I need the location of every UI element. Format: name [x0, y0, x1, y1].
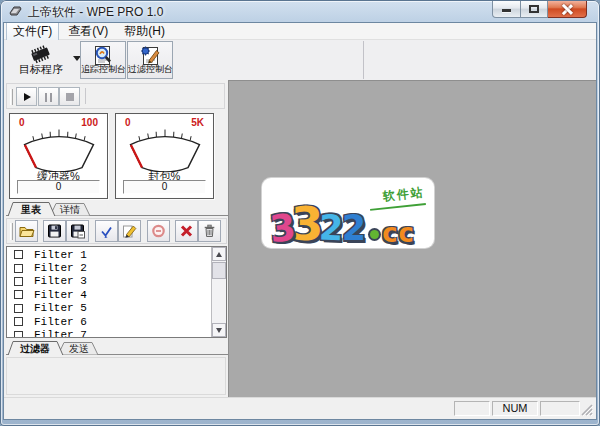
filter-list-scrollbar[interactable]: [211, 247, 226, 337]
tab-details-label[interactable]: 详情: [59, 204, 80, 215]
pause-button[interactable]: [38, 87, 59, 106]
toolbar-separator: [363, 41, 364, 79]
gauge-value: 0: [123, 180, 206, 194]
arrow-up-icon: [216, 252, 222, 257]
filter-row[interactable]: Filter 1: [7, 248, 211, 261]
resize-grip[interactable]: [581, 404, 594, 417]
filter-console-button[interactable]: 过滤控制台: [127, 41, 173, 79]
filter-toolbar: [6, 218, 227, 244]
logo-digit: 2: [342, 214, 366, 244]
filter-label: Filter 6: [34, 316, 87, 328]
logo-suffix: cc: [382, 222, 415, 244]
bottom-tab-strip: 过滤器 发送: [6, 340, 228, 355]
filter-label: Filter 7: [34, 329, 87, 338]
filter-label: Filter 4: [34, 289, 87, 301]
filter-row[interactable]: Filter 7: [7, 328, 211, 338]
playbar-separator: [85, 88, 86, 104]
edit-filter-button[interactable]: [118, 220, 141, 242]
watermark-digits: 3 3 2 2 cc: [270, 204, 415, 244]
apply-filter-button[interactable]: [95, 220, 118, 242]
logo-dot: [370, 230, 379, 239]
gauge-value: 0: [17, 180, 100, 194]
client-area: 文件(F) 查看(V) 帮助(H) 目标程序: [3, 22, 597, 420]
tab-list-label[interactable]: 里表: [20, 204, 42, 215]
filter-label: Filter 3: [34, 275, 87, 287]
status-cell-scrl: [540, 401, 580, 416]
trace-console-button[interactable]: 追踪控制台: [80, 41, 126, 79]
filter-row[interactable]: Filter 5: [7, 302, 211, 315]
scroll-down-button[interactable]: [212, 323, 226, 337]
filter-label: Filter 1: [34, 249, 87, 261]
main-toolbar: 目标程序 追踪控制台: [4, 40, 596, 81]
maximize-icon: [529, 5, 539, 13]
toggle-filter-button[interactable]: [147, 220, 170, 242]
toolbar-grip[interactable]: [10, 223, 13, 240]
menu-help[interactable]: 帮助(H): [117, 22, 172, 41]
app-icon: [8, 4, 23, 18]
filter-checkbox[interactable]: [14, 264, 23, 273]
power-ring-icon: [150, 223, 167, 239]
delete-x-icon: [178, 223, 195, 239]
open-folder-icon: [18, 223, 35, 239]
toolbar-grip[interactable]: [10, 89, 13, 105]
stop-icon: [66, 93, 74, 101]
check-icon: [98, 223, 115, 239]
filter-checkbox[interactable]: [14, 304, 23, 313]
filter-checkbox[interactable]: [14, 250, 23, 259]
filter-row[interactable]: Filter 6: [7, 315, 211, 328]
filter-console-label: 过滤控制台: [128, 63, 172, 76]
play-icon: [24, 93, 31, 101]
menu-file[interactable]: 文件(F): [6, 22, 59, 41]
filter-label: Filter 5: [34, 302, 87, 314]
filter-label: Filter 2: [34, 262, 87, 274]
app-window: 上帝软件 - WPE PRO 1.0 文件(F) 查看(V) 帮助(H): [0, 0, 600, 426]
status-cell-caps: [454, 401, 490, 416]
arrow-down-icon: [216, 328, 222, 333]
filter-checkbox[interactable]: [14, 331, 23, 338]
status-bar: NUM: [4, 397, 596, 419]
menu-view[interactable]: 查看(V): [61, 22, 115, 41]
save-as-icon: [69, 223, 86, 239]
titlebar[interactable]: 上帝软件 - WPE PRO 1.0: [0, 0, 600, 22]
gauge-dial: [15, 126, 103, 172]
scrollbar-thumb[interactable]: [212, 262, 226, 279]
filter-row[interactable]: Filter 2: [7, 261, 211, 274]
workspace: 软件站 3 3 2 2 cc: [228, 80, 596, 397]
view-tab-strip: 里表 详情: [6, 201, 228, 216]
filter-row[interactable]: Filter 4: [7, 288, 211, 301]
filter-checkbox[interactable]: [14, 290, 23, 299]
save-filters-button[interactable]: [43, 220, 66, 242]
pencil-icon: [121, 223, 138, 239]
maximize-button[interactable]: [521, 1, 548, 18]
play-button[interactable]: [16, 87, 37, 106]
gauge-dial: [121, 126, 209, 172]
status-cell-num: NUM: [492, 401, 538, 416]
filter-list: Filter 1 Filter 2 Filter 3 Filter 4 Filt…: [6, 246, 227, 338]
menu-bar: 文件(F) 查看(V) 帮助(H): [4, 23, 596, 40]
close-icon: [561, 4, 573, 14]
filter-row[interactable]: Filter 3: [7, 275, 211, 288]
filter-checkbox[interactable]: [14, 317, 23, 326]
pause-icon: [45, 93, 52, 102]
save-filters-as-button[interactable]: [66, 220, 89, 242]
close-button[interactable]: [548, 1, 587, 18]
tab-filters-label[interactable]: 过滤器: [20, 343, 50, 354]
save-icon: [46, 223, 63, 239]
stop-button[interactable]: [59, 87, 80, 106]
window-title: 上帝软件 - WPE PRO 1.0: [28, 4, 163, 21]
scroll-up-button[interactable]: [212, 247, 226, 261]
delete-filter-button[interactable]: [175, 220, 198, 242]
tab-send-label[interactable]: 发送: [69, 343, 89, 354]
target-program-label: 目标程序: [10, 62, 72, 77]
logo-digit: 3: [268, 211, 297, 245]
left-panel: 0 100 缓冲器% 0 0 5K 封包%: [4, 80, 228, 397]
watermark-logo: 软件站 3 3 2 2 cc: [262, 178, 434, 248]
playback-toolbar: [6, 83, 225, 109]
clear-filters-button[interactable]: [198, 220, 221, 242]
send-panel-empty: [6, 357, 226, 395]
target-program-button[interactable]: 目标程序: [10, 41, 72, 79]
minimize-button[interactable]: [492, 1, 521, 18]
filter-checkbox[interactable]: [14, 277, 23, 286]
open-filter-button[interactable]: [15, 220, 38, 242]
minimize-icon: [502, 9, 511, 12]
